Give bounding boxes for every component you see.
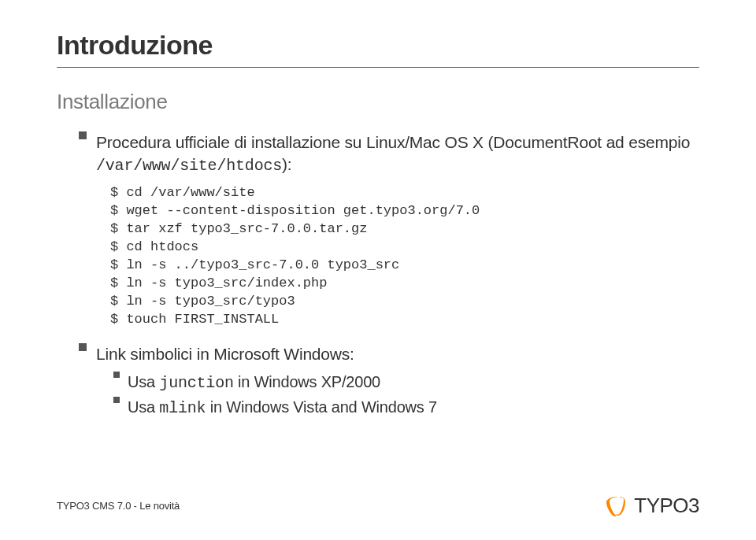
- text-segment: in Windows Vista and Windows 7: [206, 398, 437, 416]
- text-segment: Usa: [128, 373, 159, 390]
- list-item: Procedura ufficiale di installazione su …: [79, 131, 699, 329]
- square-bullet-icon: [79, 131, 87, 139]
- bullet-text: Usa junction in Windows XP/2000: [128, 372, 380, 394]
- mono-cmd: mlink: [159, 399, 206, 417]
- text-segment: Procedura ufficiale di installazione su …: [96, 133, 690, 151]
- text-segment: in Windows XP/2000: [234, 373, 380, 390]
- square-bullet-icon: [113, 397, 120, 403]
- square-bullet-icon: [79, 343, 87, 351]
- text-segment: Usa: [128, 398, 159, 416]
- bullet-text: Procedura ufficiale di installazione su …: [96, 131, 699, 176]
- typo3-logo-icon: [604, 494, 628, 518]
- mono-path: /var/www/site/htdocs: [96, 157, 282, 175]
- list-item: Usa junction in Windows XP/2000: [113, 372, 699, 394]
- logo-text: TYPO3: [634, 494, 699, 518]
- list-item: Usa mlink in Windows Vista and Windows 7: [113, 397, 699, 419]
- title-rule: [57, 67, 699, 68]
- code-block: $ cd /var/www/site $ wget --content-disp…: [110, 184, 699, 329]
- footer-text: TYPO3 CMS 7.0 - Le novità: [57, 500, 180, 512]
- page-subtitle: Installazione: [57, 90, 699, 114]
- list-item: Link simbolici in Microsoft Windows: Usa…: [79, 343, 699, 419]
- mono-cmd: junction: [159, 374, 233, 392]
- bullet-text: Link simbolici in Microsoft Windows:: [96, 343, 354, 365]
- bullet-text: Usa mlink in Windows Vista and Windows 7: [128, 397, 437, 419]
- page-title: Introduzione: [57, 30, 699, 61]
- text-segment: ):: [282, 155, 291, 173]
- square-bullet-icon: [113, 372, 120, 378]
- logo: TYPO3: [604, 494, 699, 518]
